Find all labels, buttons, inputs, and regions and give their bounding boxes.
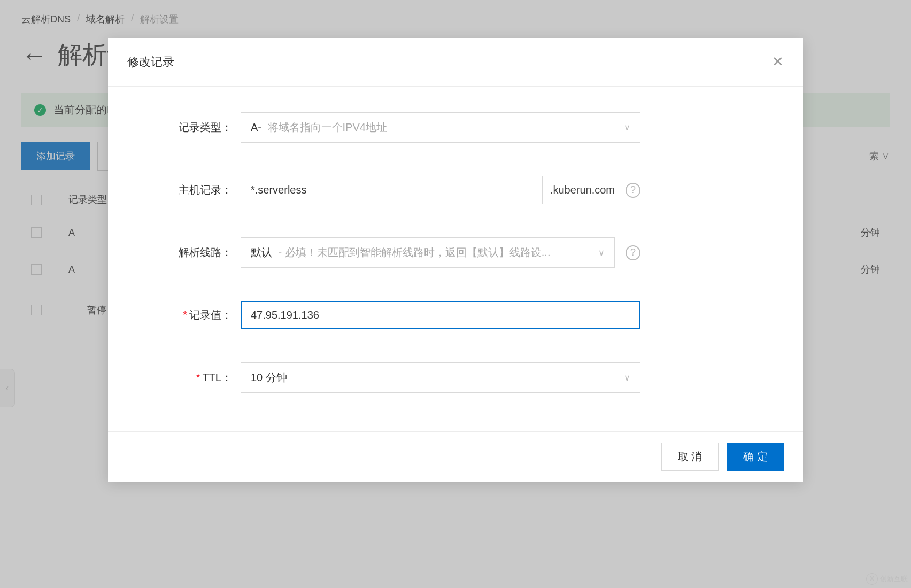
select-value-prefix: A-: [251, 121, 261, 133]
label-host-record: 主机记录：: [134, 183, 241, 197]
select-placeholder: 将域名指向一个IPV4地址: [265, 121, 387, 133]
label-ttl: *TTL：: [134, 370, 241, 385]
required-asterisk: *: [183, 309, 187, 321]
ttl-select[interactable]: 10 分钟 ∨: [241, 362, 640, 393]
close-icon[interactable]: ✕: [772, 53, 784, 70]
select-value-prefix: 默认: [251, 246, 272, 258]
help-icon[interactable]: ?: [626, 245, 640, 260]
chevron-down-icon: ∨: [598, 247, 605, 258]
label-line: 解析线路：: [134, 245, 241, 260]
record-value-input-wrapper: [241, 301, 640, 329]
help-icon[interactable]: ?: [626, 183, 640, 198]
label-record-value: *记录值：: [134, 308, 241, 322]
modal-title: 修改记录: [127, 54, 174, 70]
edit-record-modal: 修改记录 ✕ 记录类型： A- 将域名指向一个IPV4地址 ∨ 主机记录：: [108, 38, 803, 482]
modal-overlay: 修改记录 ✕ 记录类型： A- 将域名指向一个IPV4地址 ∨ 主机记录：: [0, 0, 911, 588]
label-record-type: 记录类型：: [134, 120, 241, 135]
select-placeholder: - 必填！未匹配到智能解析线路时，返回【默认】线路设...: [275, 246, 550, 258]
record-type-select[interactable]: A- 将域名指向一个IPV4地址 ∨: [241, 112, 640, 143]
watermark-logo-icon: X: [866, 573, 878, 585]
ttl-value: 10 分钟: [251, 370, 287, 385]
record-value-input[interactable]: [251, 309, 630, 321]
required-asterisk: *: [196, 372, 200, 383]
chevron-down-icon: ∨: [624, 122, 630, 133]
chevron-down-icon: ∨: [624, 373, 630, 383]
host-domain-suffix: .kuberun.com: [550, 184, 615, 196]
host-record-input[interactable]: [251, 184, 532, 196]
ok-button[interactable]: 确 定: [727, 443, 784, 471]
host-record-input-wrapper: [241, 176, 543, 204]
cancel-button[interactable]: 取 消: [661, 443, 719, 471]
watermark: X 创新互联: [866, 573, 908, 585]
watermark-text: 创新互联: [880, 574, 908, 584]
line-select[interactable]: 默认 - 必填！未匹配到智能解析线路时，返回【默认】线路设... ∨: [241, 237, 615, 268]
